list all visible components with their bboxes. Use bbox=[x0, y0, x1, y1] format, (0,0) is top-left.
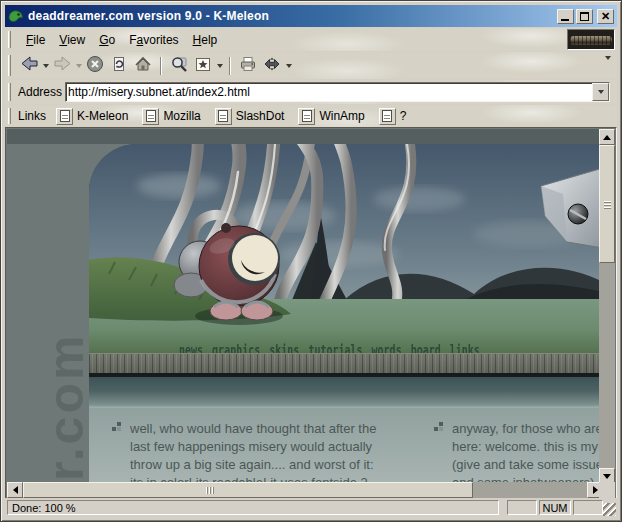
back-button[interactable] bbox=[17, 54, 41, 77]
toolbar-separator bbox=[160, 57, 162, 75]
menu-help[interactable]: Help bbox=[186, 31, 225, 49]
toolbar-overflow-chevron[interactable] bbox=[605, 60, 611, 78]
status-pane-empty-1 bbox=[507, 500, 537, 515]
text-column-right: anyway, for those who are here: welcome.… bbox=[452, 420, 603, 484]
bookmarks-dropdown[interactable] bbox=[215, 54, 224, 77]
status-pane-empty-2 bbox=[573, 500, 603, 515]
page-icon bbox=[302, 110, 312, 122]
titlebar[interactable]: deaddreamer.com version 9.0 - K-Meleon ✕ bbox=[5, 5, 617, 27]
maximize-button[interactable] bbox=[576, 9, 593, 24]
menubar-grip[interactable] bbox=[8, 31, 11, 48]
minimize-button[interactable] bbox=[557, 9, 574, 24]
nav-news[interactable]: news bbox=[179, 342, 203, 353]
search-icon bbox=[170, 55, 188, 77]
nav-links[interactable]: links bbox=[450, 342, 480, 353]
nav-skins[interactable]: skins bbox=[269, 342, 299, 353]
toolbar-separator bbox=[229, 57, 231, 75]
link-slashdot[interactable]: SlashDot bbox=[215, 108, 285, 125]
browser-window: deaddreamer.com version 9.0 - K-Meleon ✕… bbox=[0, 0, 622, 522]
page-icon bbox=[382, 110, 392, 122]
reload-icon bbox=[110, 55, 128, 77]
addressbar-grip[interactable] bbox=[8, 83, 11, 101]
arrow-down-icon bbox=[603, 474, 611, 479]
print-icon bbox=[239, 55, 257, 77]
address-input[interactable] bbox=[68, 84, 591, 100]
arrow-right-icon bbox=[593, 486, 598, 494]
bullet-icon bbox=[434, 422, 443, 431]
menu-favorites[interactable]: Favorites bbox=[122, 31, 185, 49]
num-lock-indicator: NUM bbox=[539, 500, 571, 515]
text-column-left: well, who would have thought that after … bbox=[130, 420, 410, 484]
throbber bbox=[567, 29, 615, 50]
scroll-up-button[interactable] bbox=[599, 129, 615, 145]
fonts-button[interactable] bbox=[260, 54, 284, 77]
status-message: Done: 100 % bbox=[7, 500, 499, 515]
scrollbar-corner bbox=[599, 482, 615, 498]
browser-viewport: r.com bbox=[5, 127, 617, 500]
page-content: well, who would have thought that after … bbox=[89, 408, 603, 484]
toolbar bbox=[5, 52, 617, 79]
address-dropdown-button[interactable] bbox=[592, 83, 609, 101]
linksbar-grip[interactable] bbox=[8, 108, 11, 124]
menu-view[interactable]: View bbox=[52, 31, 92, 49]
page-icon bbox=[146, 110, 156, 122]
teal-gradient-band bbox=[89, 377, 603, 408]
menubar: File View Go Favorites Help bbox=[5, 28, 617, 51]
scroll-left-button[interactable] bbox=[7, 482, 23, 498]
menu-go[interactable]: Go bbox=[92, 31, 122, 49]
stop-icon bbox=[86, 55, 104, 77]
forward-dropdown[interactable] bbox=[74, 54, 83, 77]
forward-icon bbox=[53, 55, 72, 76]
chevron-down-icon bbox=[217, 64, 223, 68]
nav-words[interactable]: words bbox=[372, 342, 402, 353]
throbber-icon bbox=[570, 36, 612, 45]
site-nav: newsgraphicsskinstutorialswordsboardlink… bbox=[179, 342, 559, 353]
back-icon bbox=[20, 55, 39, 76]
address-label: Address bbox=[18, 85, 62, 99]
texture-strip bbox=[89, 353, 603, 373]
chevron-down-icon bbox=[605, 56, 611, 77]
vertical-scrollbar[interactable] bbox=[599, 129, 615, 484]
nav-board[interactable]: board bbox=[411, 342, 441, 353]
links-label: Links bbox=[18, 109, 46, 123]
horizontal-scroll-thumb[interactable] bbox=[23, 482, 473, 498]
link-winamp[interactable]: WinAmp bbox=[298, 108, 364, 125]
status-bar: Done: 100 % NUM bbox=[5, 498, 617, 517]
nav-graphics[interactable]: graphics bbox=[212, 342, 260, 353]
link-mozilla[interactable]: Mozilla bbox=[142, 108, 200, 125]
links-bar: Links K-Meleon Mozilla SlashDot WinAmp ? bbox=[5, 105, 617, 127]
close-button[interactable]: ✕ bbox=[597, 9, 614, 24]
fonts-dropdown[interactable] bbox=[284, 54, 293, 77]
vertical-scroll-thumb[interactable] bbox=[599, 145, 615, 263]
bullet-icon bbox=[112, 422, 121, 431]
toolbar-grip[interactable] bbox=[8, 55, 11, 76]
home-icon bbox=[134, 55, 152, 77]
chevron-down-icon bbox=[76, 64, 82, 68]
reload-button[interactable] bbox=[107, 54, 131, 77]
resize-grip[interactable] bbox=[603, 503, 616, 516]
print-button[interactable] bbox=[236, 54, 260, 77]
site-watermark: r.com bbox=[33, 269, 91, 484]
chevron-down-icon bbox=[43, 64, 49, 68]
nav-tutorials[interactable]: tutorials bbox=[308, 342, 362, 353]
search-button[interactable] bbox=[167, 54, 191, 77]
home-button[interactable] bbox=[131, 54, 155, 77]
address-box bbox=[65, 82, 610, 102]
menu-file[interactable]: File bbox=[19, 31, 52, 49]
kmeleon-icon bbox=[8, 9, 24, 24]
chevron-down-icon bbox=[286, 64, 292, 68]
link-help[interactable]: ? bbox=[379, 108, 407, 125]
stop-button[interactable] bbox=[83, 54, 107, 77]
maximize-icon bbox=[580, 12, 589, 21]
chevron-down-icon bbox=[598, 90, 604, 94]
horizontal-scrollbar[interactable] bbox=[7, 482, 603, 498]
minimize-icon bbox=[561, 19, 569, 21]
arrow-up-icon bbox=[603, 135, 611, 140]
page-top-band bbox=[7, 129, 603, 144]
back-dropdown[interactable] bbox=[41, 54, 50, 77]
link-kmeleon[interactable]: K-Meleon bbox=[56, 108, 128, 125]
text-zoom-icon bbox=[263, 55, 281, 77]
forward-button[interactable] bbox=[50, 54, 74, 77]
address-bar: Address bbox=[5, 80, 617, 104]
bookmarks-button[interactable] bbox=[191, 54, 215, 77]
